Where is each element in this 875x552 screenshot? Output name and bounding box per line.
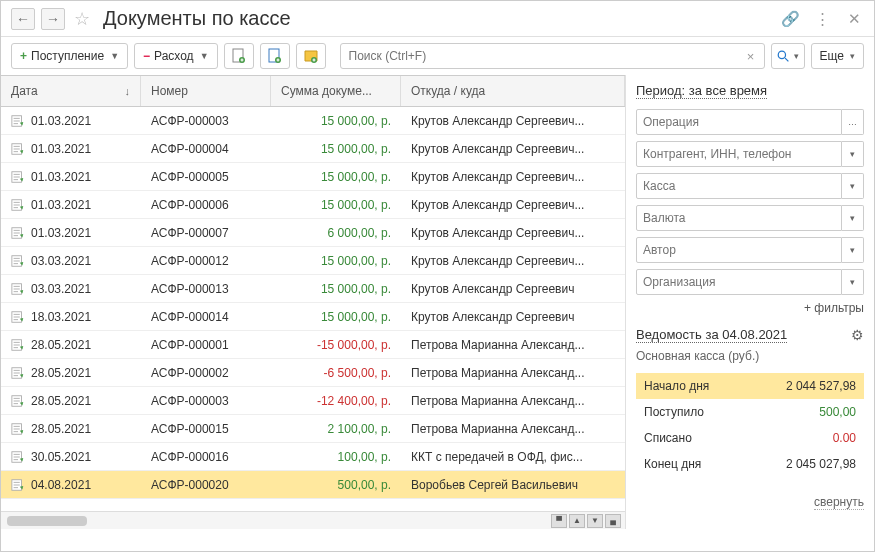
minus-icon: − (143, 49, 150, 63)
table-row[interactable]: 01.03.2021АСФР-00000615 000,00, р.Крутов… (1, 191, 625, 219)
caret-down-icon: ▾ (850, 51, 855, 61)
document-icon (11, 450, 25, 464)
search-clear-icon[interactable]: × (741, 46, 761, 66)
table-row[interactable]: 01.03.2021АСФР-0000076 000,00, р.Крутов … (1, 219, 625, 247)
statement-row-label: Начало дня (644, 379, 709, 393)
period-link[interactable]: Период: за все время (636, 83, 767, 99)
statement-row: Поступило500,00 (636, 399, 864, 425)
filter-counterparty[interactable] (636, 141, 842, 167)
col-number[interactable]: Номер (141, 76, 271, 106)
cell-date: 01.03.2021 (31, 142, 91, 156)
income-button[interactable]: + Поступление ▼ (11, 43, 128, 69)
table-row[interactable]: 28.05.2021АСФР-000003-12 400,00, р.Петро… (1, 387, 625, 415)
cell-number: АСФР-000014 (141, 306, 271, 328)
filter-operation-more[interactable]: … (842, 109, 864, 135)
scroll-up-button[interactable]: ▲ (569, 514, 585, 528)
cell-amount: 15 000,00, р. (271, 166, 401, 188)
filter-author[interactable] (636, 237, 842, 263)
scroll-down-button[interactable]: ▼ (587, 514, 603, 528)
col-where[interactable]: Откуда / куда (401, 76, 625, 106)
cell-where: Крутов Александр Сергеевич... (401, 166, 625, 188)
doc-action-3-button[interactable] (296, 43, 326, 69)
cell-amount: 100,00, р. (271, 446, 401, 468)
scroll-last-button[interactable]: ▄ (605, 514, 621, 528)
table-row[interactable]: 01.03.2021АСФР-00000515 000,00, р.Крутов… (1, 163, 625, 191)
cell-number: АСФР-000005 (141, 166, 271, 188)
document-icon (11, 478, 25, 492)
menu-icon[interactable]: ⋮ (812, 9, 832, 29)
cell-number: АСФР-000003 (141, 390, 271, 412)
document-icon (11, 422, 25, 436)
collapse-link[interactable]: свернуть (814, 495, 864, 510)
document-icon (11, 142, 25, 156)
search-input[interactable] (340, 43, 765, 69)
doc-action-1-button[interactable] (224, 43, 254, 69)
statement-row-value: 500,00 (819, 405, 856, 419)
statement-link[interactable]: Ведомость за 04.08.2021 (636, 327, 787, 343)
scroll-first-button[interactable]: ▀ (551, 514, 567, 528)
table-row[interactable]: 03.03.2021АСФР-00001215 000,00, р.Крутов… (1, 247, 625, 275)
more-label: Еще (820, 49, 844, 63)
table-row[interactable]: 01.03.2021АСФР-00000415 000,00, р.Крутов… (1, 135, 625, 163)
filter-currency[interactable] (636, 205, 842, 231)
filter-cash-dd[interactable]: ▾ (842, 173, 864, 199)
cell-where: Петрова Марианна Александ... (401, 362, 625, 384)
cell-number: АСФР-000013 (141, 278, 271, 300)
table-row[interactable]: 03.03.2021АСФР-00001315 000,00, р.Крутов… (1, 275, 625, 303)
link-icon[interactable]: 🔗 (780, 9, 800, 29)
table-row[interactable]: 28.05.2021АСФР-000001-15 000,00, р.Петро… (1, 331, 625, 359)
table-row[interactable]: 28.05.2021АСФР-0000152 100,00, р.Петрова… (1, 415, 625, 443)
cell-date: 30.05.2021 (31, 450, 91, 464)
more-button[interactable]: Еще ▾ (811, 43, 864, 69)
statement-row-label: Конец дня (644, 457, 701, 471)
cell-number: АСФР-000001 (141, 334, 271, 356)
col-date-label: Дата (11, 84, 38, 98)
document-icon (11, 338, 25, 352)
scroll-thumb[interactable] (7, 516, 87, 526)
cell-where: Крутов Александр Сергеевич... (401, 250, 625, 272)
cell-date: 28.05.2021 (31, 394, 91, 408)
filter-org-dd[interactable]: ▾ (842, 269, 864, 295)
statement-row-value: 2 045 027,98 (786, 457, 856, 471)
cell-where: Крутов Александр Сергеевич... (401, 194, 625, 216)
col-date[interactable]: Дата↓ (1, 76, 141, 106)
favorite-icon[interactable]: ☆ (71, 8, 93, 30)
document-icon (11, 198, 25, 212)
search-button[interactable]: ▾ (771, 43, 805, 69)
filter-author-dd[interactable]: ▾ (842, 237, 864, 263)
col-sum[interactable]: Сумма докуме... (271, 76, 401, 106)
statement-row: Конец дня2 045 027,98 (636, 451, 864, 477)
filter-operation[interactable] (636, 109, 842, 135)
back-button[interactable]: ← (11, 8, 35, 30)
filter-org[interactable] (636, 269, 842, 295)
table-row[interactable]: 30.05.2021АСФР-000016100,00, р.ККТ с пер… (1, 443, 625, 471)
filter-cash[interactable] (636, 173, 842, 199)
cell-where: Воробьев Сергей Васильевич (401, 474, 625, 496)
cell-amount: 6 000,00, р. (271, 222, 401, 244)
plus-icon: + (20, 49, 27, 63)
statement-row-value: 0.00 (833, 431, 856, 445)
table-row[interactable]: 18.03.2021АСФР-00001415 000,00, р.Крутов… (1, 303, 625, 331)
gear-icon[interactable]: ⚙ (851, 327, 864, 343)
forward-button[interactable]: → (41, 8, 65, 30)
filter-currency-dd[interactable]: ▾ (842, 205, 864, 231)
add-filters-link[interactable]: + фильтры (636, 301, 864, 315)
table-row[interactable]: 01.03.2021АСФР-00000315 000,00, р.Крутов… (1, 107, 625, 135)
cell-date: 03.03.2021 (31, 282, 91, 296)
cell-where: Крутов Александр Сергеевич... (401, 222, 625, 244)
cell-where: ККТ с передачей в ОФД, фис... (401, 446, 625, 468)
doc-action-2-button[interactable] (260, 43, 290, 69)
caret-down-icon: ▾ (794, 51, 799, 61)
cell-where: Петрова Марианна Александ... (401, 418, 625, 440)
table-row[interactable]: 28.05.2021АСФР-000002-6 500,00, р.Петров… (1, 359, 625, 387)
filter-counterparty-dd[interactable]: ▾ (842, 141, 864, 167)
expense-button[interactable]: − Расход ▼ (134, 43, 218, 69)
toolbar: + Поступление ▼ − Расход ▼ × ▾ Еще ▾ (1, 37, 874, 75)
svg-point-5 (778, 51, 785, 58)
cell-amount: 15 000,00, р. (271, 110, 401, 132)
table-row[interactable]: 04.08.2021АСФР-000020500,00, р.Воробьев … (1, 471, 625, 499)
cell-number: АСФР-000007 (141, 222, 271, 244)
close-icon[interactable]: ✕ (844, 9, 864, 29)
search-box: × (340, 43, 765, 69)
cell-date: 01.03.2021 (31, 114, 91, 128)
